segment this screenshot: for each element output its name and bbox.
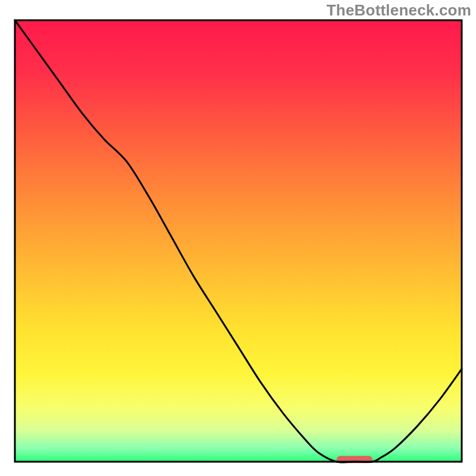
plot-background [15,20,462,462]
chart-container: TheBottleneck.com [0,0,476,476]
bottleneck-chart [0,0,476,476]
watermark-text: TheBottleneck.com [327,1,471,20]
